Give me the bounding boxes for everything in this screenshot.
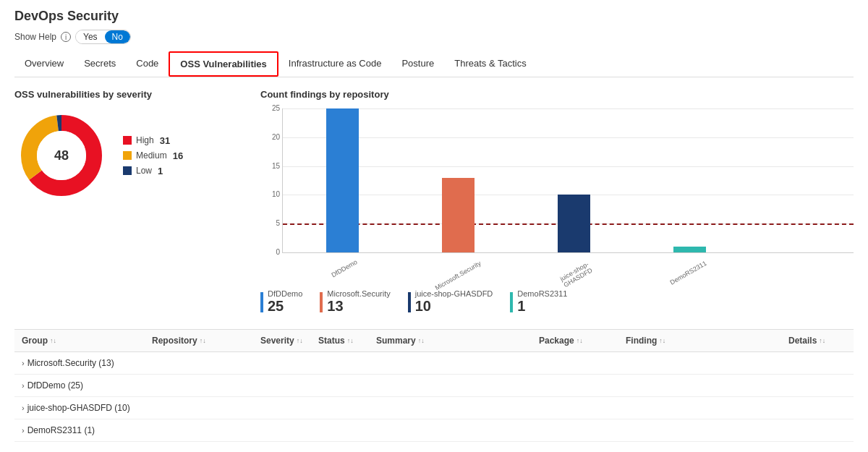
row-microsoft-text: Microsoft.Security (13) xyxy=(27,358,114,368)
bar-label-dfddemo: DfDDemo xyxy=(328,257,360,280)
header-status-label: Status xyxy=(318,336,345,346)
header-repository-label: Repository xyxy=(152,336,197,346)
grid-line-25 xyxy=(283,108,854,109)
header-details-sort[interactable]: ↑↓ xyxy=(819,337,825,344)
legend-low-color xyxy=(123,166,132,175)
info-icon[interactable]: i xyxy=(61,32,71,42)
legend-high-label: High xyxy=(136,135,154,145)
tab-posture[interactable]: Posture xyxy=(391,51,444,77)
header-group-label: Group xyxy=(22,336,48,346)
bar-chart-title: Count findings by repository xyxy=(260,89,854,100)
tab-iac[interactable]: Infrastructure as Code xyxy=(278,51,392,77)
row-dfddemo-label: › DfDDemo (25) xyxy=(22,380,152,391)
table-row[interactable]: › Microsoft.Security (13) xyxy=(14,352,854,375)
repo-stat-info-demors: DemoRS2311 1 xyxy=(517,289,567,315)
y-label-20: 20 xyxy=(261,133,280,141)
legend-medium-value: 16 xyxy=(173,150,183,161)
help-toggle[interactable]: Yes No xyxy=(75,30,131,44)
repo-stat-count-microsoft: 13 xyxy=(327,298,390,315)
header-status-sort[interactable]: ↑↓ xyxy=(347,337,354,344)
grid-line-20 xyxy=(283,137,854,138)
header-details-label: Details xyxy=(788,336,817,346)
donut-content: 48 High 31 Medium 16 Low xyxy=(14,108,246,202)
app-container: DevOps Security Show Help i Yes No Overv… xyxy=(0,0,868,451)
legend-low-label: Low xyxy=(136,166,152,176)
header-package-sort[interactable]: ↑↓ xyxy=(576,337,583,344)
expand-icon-microsoft[interactable]: › xyxy=(22,359,25,367)
grid-line-15 xyxy=(283,166,854,167)
row-demors-text: DemoRS2311 (1) xyxy=(27,425,95,435)
repo-stat-info-juice: juice-shop-GHASDFD 10 xyxy=(415,289,493,315)
toggle-yes[interactable]: Yes xyxy=(76,30,105,43)
expand-icon-dfddemo[interactable]: › xyxy=(22,381,25,390)
tab-secrets[interactable]: Secrets xyxy=(74,51,126,77)
row-juice-label: › juice-shop-GHASDFD (10) xyxy=(22,403,152,413)
page-title: DevOps Security xyxy=(14,9,854,24)
bar-chart-area: 25 20 15 10 5 0 xyxy=(282,108,854,253)
repo-stat-info-dfddemo: DfDDemo 25 xyxy=(268,289,302,315)
content-grid: OSS vulnerabilities by severity 48 xyxy=(14,89,854,315)
repo-stat-bar-demors xyxy=(510,292,513,312)
header-summary-label: Summary xyxy=(376,336,416,346)
expand-icon-demors[interactable]: › xyxy=(22,426,25,435)
header-package-label: Package xyxy=(539,336,574,346)
repo-stat-bar-dfddemo xyxy=(260,292,263,312)
bar-dfddemo xyxy=(326,108,359,252)
legend-medium: Medium 16 xyxy=(123,150,183,161)
repo-stat-demors: DemoRS2311 1 xyxy=(510,289,567,315)
header-summary-sort[interactable]: ↑↓ xyxy=(418,337,425,344)
table-row[interactable]: › juice-shop-GHASDFD (10) xyxy=(14,397,854,419)
show-help-row: Show Help i Yes No xyxy=(14,30,854,44)
repo-stat-info-microsoft: Microsoft.Security 13 xyxy=(327,289,390,315)
tab-oss[interactable]: OSS Vulnerabilities xyxy=(169,51,278,77)
expand-icon-juice[interactable]: › xyxy=(22,404,25,412)
header-summary: Summary ↑↓ xyxy=(376,336,539,346)
y-label-25: 25 xyxy=(261,104,280,112)
header-group-sort[interactable]: ↑↓ xyxy=(50,337,56,344)
y-label-15: 15 xyxy=(261,162,280,170)
repo-stat-bar-microsoft xyxy=(320,292,323,312)
bar-label-microsoft: Microsoft.Security xyxy=(434,260,482,292)
repo-stat-bar-juice xyxy=(408,292,411,312)
row-juice-text: juice-shop-GHASDFD (10) xyxy=(27,403,130,413)
header-package: Package ↑↓ xyxy=(539,336,626,346)
bar-microsoft-security xyxy=(442,178,475,252)
bar-label-demors: DemoRS2311 xyxy=(668,259,709,287)
toggle-no[interactable]: No xyxy=(105,30,130,43)
table-row[interactable]: › DemoRS2311 (1) xyxy=(14,419,854,442)
row-demors-label: › DemoRS2311 (1) xyxy=(22,425,152,435)
header-repository: Repository ↑↓ xyxy=(152,336,260,346)
header-severity-sort[interactable]: ↑↓ xyxy=(297,337,303,344)
legend-high: High 31 xyxy=(123,135,183,146)
bar-juice-shop xyxy=(558,195,590,252)
header-details: Details ↑↓ xyxy=(788,336,846,346)
tab-code[interactable]: Code xyxy=(126,51,169,77)
repo-stat-count-demors: 1 xyxy=(517,298,567,315)
legend-high-value: 31 xyxy=(160,135,170,146)
header-finding-sort[interactable]: ↑↓ xyxy=(659,337,665,344)
y-label-0: 0 xyxy=(261,248,280,256)
repo-stat-name-microsoft: Microsoft.Security xyxy=(327,289,390,298)
header-status: Status ↑↓ xyxy=(318,336,376,346)
legend: High 31 Medium 16 Low 1 xyxy=(123,135,183,176)
repo-stat-juice: juice-shop-GHASDFD 10 xyxy=(408,289,493,315)
tab-overview[interactable]: Overview xyxy=(14,51,74,77)
bar-chart-section: Count findings by repository 25 20 15 10… xyxy=(260,89,854,315)
donut-chart: 48 xyxy=(14,108,109,202)
header-group: Group ↑↓ xyxy=(22,336,152,346)
header-severity-label: Severity xyxy=(260,336,294,346)
legend-low: Low 1 xyxy=(123,166,183,176)
row-microsoft-label: › Microsoft.Security (13) xyxy=(22,358,152,368)
header-finding-label: Finding xyxy=(626,336,657,346)
donut-total: 48 xyxy=(54,148,69,163)
y-label-5: 5 xyxy=(261,219,280,227)
nav-tabs: Overview Secrets Code OSS Vulnerabilitie… xyxy=(14,51,854,77)
tab-threats[interactable]: Threats & Tactics xyxy=(444,51,536,77)
legend-medium-color xyxy=(123,151,132,160)
table-section: Group ↑↓ Repository ↑↓ Severity ↑↓ Statu… xyxy=(14,329,854,442)
header-repository-sort[interactable]: ↑↓ xyxy=(200,337,206,344)
repo-stat-count-juice: 10 xyxy=(415,298,493,315)
donut-title: OSS vulnerabilities by severity xyxy=(14,89,246,100)
show-help-label: Show Help xyxy=(14,32,56,42)
table-row[interactable]: › DfDDemo (25) xyxy=(14,375,854,397)
